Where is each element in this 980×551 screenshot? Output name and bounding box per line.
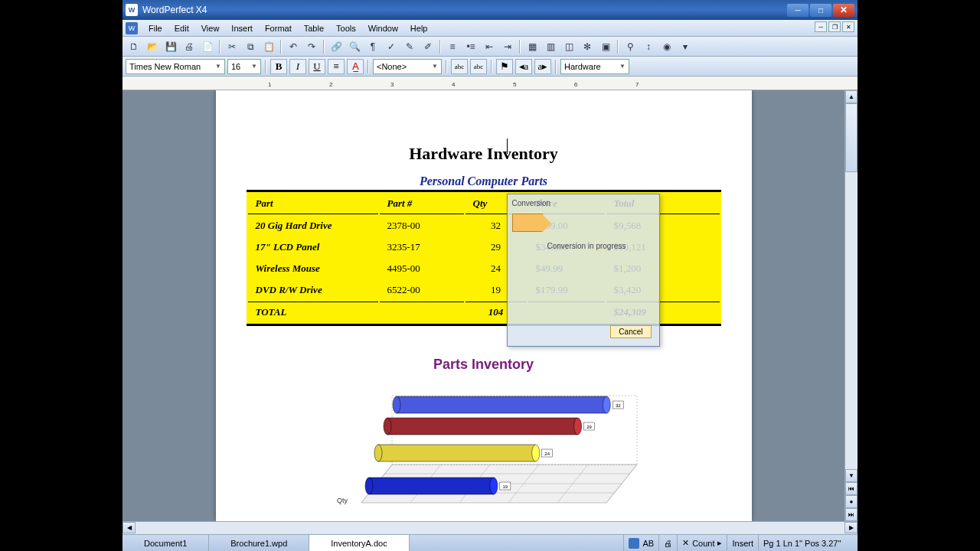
scroll-left-icon[interactable]: ◀ bbox=[122, 522, 136, 533]
svg-point-13 bbox=[393, 396, 400, 413]
quickfind-prev-icon[interactable]: ◂a bbox=[515, 59, 532, 74]
bold-button[interactable]: B bbox=[270, 59, 287, 74]
menu-tools[interactable]: Tools bbox=[330, 21, 362, 35]
bullets-icon[interactable]: •≡ bbox=[462, 38, 479, 55]
menu-view[interactable]: View bbox=[195, 21, 226, 35]
tab-inventory[interactable]: InventoryA.doc bbox=[309, 535, 409, 551]
menu-format[interactable]: Format bbox=[259, 21, 298, 35]
next-page-icon[interactable]: ⏭ bbox=[845, 508, 858, 521]
vertical-scrollbar[interactable]: ▲ ▼ ⏮ ● ⏭ bbox=[844, 90, 858, 521]
reveal-icon[interactable]: ¶ bbox=[364, 38, 381, 55]
maximize-button[interactable]: □ bbox=[810, 4, 831, 17]
status-ab-icon[interactable]: AB bbox=[623, 535, 658, 551]
menu-window[interactable]: Window bbox=[362, 21, 404, 35]
table-icon[interactable]: ▦ bbox=[524, 38, 541, 55]
ruler-mark: 1 bbox=[268, 81, 271, 88]
svg-rect-16 bbox=[387, 418, 578, 435]
link-icon[interactable]: 🔗 bbox=[328, 38, 345, 55]
scroll-down-icon[interactable]: ▼ bbox=[845, 469, 858, 482]
cut-icon[interactable]: ✂ bbox=[224, 38, 240, 55]
new-icon[interactable]: 🗋 bbox=[126, 38, 142, 55]
context-select[interactable]: Hardware▼ bbox=[560, 59, 629, 74]
menu-help[interactable]: Help bbox=[404, 21, 434, 35]
abc-normal-icon[interactable]: abc bbox=[470, 59, 487, 74]
menu-edit[interactable]: Edit bbox=[168, 21, 195, 35]
doc-minimize-button[interactable]: ─ bbox=[815, 21, 827, 32]
close-button[interactable]: ✕ bbox=[833, 4, 854, 17]
doc-close-button[interactable]: ✕ bbox=[842, 21, 854, 32]
ruler-mark: 4 bbox=[452, 81, 455, 88]
svg-text:32: 32 bbox=[615, 403, 620, 408]
quickfind-next-icon[interactable]: a▸ bbox=[534, 59, 551, 74]
svg-point-12 bbox=[603, 396, 610, 413]
app-window: W WordPerfect X4 ─ □ ✕ W File Edit View … bbox=[122, 0, 858, 551]
zoom-icon[interactable]: ⚲ bbox=[622, 38, 639, 55]
tab-brochure[interactable]: Brochure1.wpd bbox=[209, 535, 309, 551]
svg-point-17 bbox=[573, 418, 581, 435]
style-value: <None> bbox=[377, 62, 407, 71]
doc-restore-button[interactable]: ❐ bbox=[828, 21, 841, 32]
status-count[interactable]: ✕ Count ▸ bbox=[677, 535, 727, 551]
scroll-right-icon[interactable]: ▶ bbox=[844, 522, 858, 533]
spell-icon[interactable]: ✓ bbox=[383, 38, 400, 55]
abc-strike-icon[interactable]: abc bbox=[451, 59, 468, 74]
minimize-button[interactable]: ─ bbox=[787, 4, 808, 17]
highlight-icon[interactable]: ✎ bbox=[401, 38, 418, 55]
copy-icon[interactable]: ⧉ bbox=[242, 38, 259, 55]
underline-button[interactable]: U bbox=[309, 59, 325, 74]
status-printer-icon[interactable]: 🖨 bbox=[658, 535, 677, 551]
document-tabs: Document1 Brochure1.wpd InventoryA.doc A… bbox=[122, 534, 858, 551]
cancel-button[interactable]: Cancel bbox=[610, 325, 651, 338]
symbol-icon[interactable]: ✻ bbox=[579, 38, 596, 55]
open-icon[interactable]: 📂 bbox=[144, 38, 161, 55]
dropcap-button[interactable]: A̲ bbox=[347, 59, 364, 74]
prev-page-icon[interactable]: ⏮ bbox=[845, 482, 858, 495]
tab-document1[interactable]: Document1 bbox=[122, 535, 209, 551]
size-value: 16 bbox=[231, 62, 240, 71]
autoscroll-icon[interactable]: ↕ bbox=[640, 38, 657, 55]
menu-table[interactable]: Table bbox=[298, 21, 330, 35]
find-icon[interactable]: 🔍 bbox=[346, 38, 363, 55]
redo-icon[interactable]: ↷ bbox=[303, 38, 320, 55]
chart-icon[interactable]: ◫ bbox=[560, 38, 577, 55]
svg-point-22 bbox=[531, 445, 539, 461]
draw-icon[interactable]: ✐ bbox=[420, 38, 436, 55]
browse-icon[interactable]: ● bbox=[845, 495, 858, 508]
chart-title: Parts Inventory bbox=[247, 357, 721, 373]
style-select[interactable]: <None>▼ bbox=[373, 59, 442, 74]
menu-insert[interactable]: Insert bbox=[225, 21, 259, 35]
perfectexpert-icon[interactable]: ◉ bbox=[658, 38, 675, 55]
chevron-down-icon: ▼ bbox=[432, 63, 438, 70]
col-partnum: Part # bbox=[380, 194, 464, 214]
publish-icon[interactable]: 📄 bbox=[199, 38, 216, 55]
paste-icon[interactable]: 📋 bbox=[260, 38, 277, 55]
save-icon[interactable]: 💾 bbox=[162, 38, 179, 55]
italic-button[interactable]: I bbox=[289, 59, 306, 74]
outdent-icon[interactable]: ⇤ bbox=[481, 38, 498, 55]
more-icon[interactable]: ▾ bbox=[677, 38, 694, 55]
svg-text:24: 24 bbox=[544, 452, 550, 456]
svg-rect-11 bbox=[397, 396, 606, 413]
status-position: Pg 1 Ln 1" Pos 3.27" bbox=[758, 535, 858, 551]
standard-toolbar: 🗋 📂 💾 🖨 📄 ✂ ⧉ 📋 ↶ ↷ 🔗 🔍 ¶ ✓ ✎ ✐ ≡ •≡ ⇤ ⇥… bbox=[122, 37, 858, 57]
scroll-up-icon[interactable]: ▲ bbox=[845, 90, 858, 103]
svg-point-27 bbox=[489, 478, 497, 494]
horizontal-scrollbar[interactable]: ◀ ▶ bbox=[122, 521, 858, 534]
indent-icon[interactable]: ⇥ bbox=[499, 38, 516, 55]
justify-button[interactable]: ≡ bbox=[328, 59, 345, 74]
menu-file[interactable]: File bbox=[142, 21, 168, 35]
font-select[interactable]: Times New Roman▼ bbox=[126, 59, 225, 74]
scroll-thumb[interactable] bbox=[845, 103, 858, 172]
numbering-icon[interactable]: ≡ bbox=[444, 38, 461, 55]
page[interactable]: Hardware Inventory Personal Computer Par… bbox=[216, 90, 752, 521]
print-icon[interactable]: 🖨 bbox=[181, 38, 198, 55]
size-select[interactable]: 16▼ bbox=[227, 59, 261, 74]
columns-icon[interactable]: ▥ bbox=[542, 38, 559, 55]
svg-point-23 bbox=[374, 445, 382, 461]
doc-icon: W bbox=[126, 22, 138, 34]
clipart-icon[interactable]: ▣ bbox=[597, 38, 614, 55]
prompt-icon[interactable]: ⚑ bbox=[496, 59, 513, 74]
status-insert[interactable]: Insert bbox=[727, 535, 758, 551]
ruler[interactable]: 1 2 3 4 5 6 7 bbox=[122, 77, 858, 90]
undo-icon[interactable]: ↶ bbox=[285, 38, 302, 55]
